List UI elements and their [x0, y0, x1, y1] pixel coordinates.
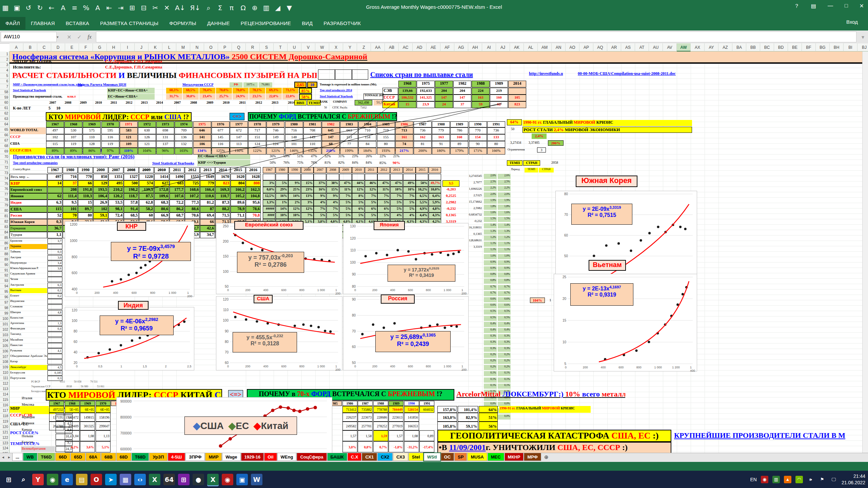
cell[interactable]: 10,2% [416, 187, 428, 193]
cell[interactable]: 89 [450, 141, 468, 148]
arcelor-note[interactable]: ArcelorMittal ЛЮКСЕМБУРГ:) 10% всего мет… [456, 390, 625, 399]
cell[interactable]: 76% [280, 160, 293, 166]
cell[interactable]: 198,2 [124, 187, 139, 193]
cell[interactable]: 0,8% [358, 441, 373, 452]
cell[interactable]: 32% [321, 154, 334, 159]
cell[interactable]: 6E+05 [96, 406, 111, 413]
cell[interactable]: 5% [339, 200, 352, 206]
cell[interactable]: 89% [46, 148, 64, 155]
cell[interactable]: 2010 [91, 100, 106, 105]
cell[interactable]: 0,0% [498, 414, 511, 420]
chart-title-eu[interactable]: Европейский союз [234, 221, 303, 230]
cell[interactable]: 68,7 [170, 212, 184, 219]
cell[interactable]: 110 [303, 141, 321, 148]
cell[interactable]: 84 [358, 141, 376, 148]
cell[interactable]: 2010 [218, 100, 234, 105]
cell[interactable]: 110% [120, 148, 138, 155]
cell[interactable]: 62,8 [139, 200, 154, 206]
cell[interactable]: Нидерланды [9, 261, 47, 266]
cell[interactable]: 139,66 [398, 88, 416, 95]
cell[interactable]: 64% [479, 406, 498, 413]
cell[interactable]: 26,9 [93, 200, 108, 206]
new-sheet-icon[interactable]: ⊕ [541, 453, 551, 461]
row-header-95[interactable]: 95 [0, 289, 9, 294]
cell[interactable]: 36% [266, 154, 279, 159]
cell[interactable]: 16% [276, 193, 288, 200]
cell[interactable]: Бразилия [9, 239, 47, 244]
delete-sheet-cols-icon[interactable]: ✕ [163, 4, 170, 12]
cell[interactable]: 70,8% [233, 88, 249, 94]
row-header-92[interactable]: 92 [0, 273, 9, 278]
excel2-icon[interactable]: X [207, 474, 219, 485]
chart-title-knr[interactable]: КНР [117, 222, 146, 231]
cell[interactable]: 87,3 [215, 200, 230, 206]
cell[interactable]: 68,5% [183, 88, 199, 94]
cell[interactable]: 104,8 [246, 193, 261, 200]
cell[interactable]: 683 [170, 180, 184, 187]
column-header-D[interactable]: D [51, 43, 65, 52]
cell[interactable]: 110,6 [200, 193, 215, 200]
cell[interactable]: 68,3% [166, 88, 182, 94]
cell[interactable] [403, 174, 416, 180]
cell[interactable]: 66 [200, 219, 215, 225]
cell[interactable]: 528154 [404, 406, 419, 413]
cell[interactable]: 2015 [416, 167, 428, 173]
sum-icon[interactable]: Σ [217, 4, 223, 12]
cell[interactable]: 180% [432, 148, 450, 155]
cell[interactable]: 166% [487, 148, 505, 155]
cell[interactable]: 23,5% [249, 94, 265, 100]
cell[interactable] [314, 174, 326, 180]
cell[interactable]: 15 [78, 200, 93, 206]
cell[interactable]: 1,9% [498, 199, 511, 204]
row-header-6[interactable]: 6 [0, 79, 9, 84]
cell[interactable]: 10% [288, 212, 301, 219]
cell[interactable]: 1,6% [484, 211, 497, 216]
cell[interactable]: http://investfunds.u [528, 71, 576, 77]
cell[interactable]: 110 [83, 134, 101, 141]
cell[interactable]: 786 [450, 127, 468, 134]
column-header-E[interactable]: E [65, 43, 79, 52]
cell[interactable]: 87,5 [139, 193, 154, 200]
cell[interactable]: 160 [490, 95, 508, 101]
cell[interactable]: 171% [469, 148, 487, 155]
cell[interactable]: 2% [288, 200, 301, 206]
cell[interactable]: 1970 [101, 121, 119, 127]
cell[interactable]: 2,0% [484, 192, 497, 198]
grid-icon[interactable]: ⊞ [178, 474, 190, 485]
cell[interactable]: 107,2 [185, 193, 200, 200]
cell[interactable]: РФ [230, 82, 242, 87]
cell[interactable]: США [9, 141, 46, 148]
cell[interactable]: 1991 [487, 121, 505, 127]
column-header-AL[interactable]: AL [524, 43, 538, 52]
row-header-93[interactable]: 93 [0, 278, 9, 284]
row-header-86[interactable]: 86 [0, 241, 9, 246]
cell[interactable]: 716 [285, 127, 303, 134]
cell[interactable]: 115 [46, 141, 64, 148]
cell[interactable]: 133 [487, 134, 505, 141]
cell[interactable]: 106 [193, 141, 211, 148]
cell[interactable]: Tonnage is expressed in million tonnes (… [319, 82, 387, 87]
cell[interactable]: 15 [398, 101, 416, 108]
cell[interactable]: 75% [294, 160, 307, 166]
cell[interactable]: 0,1% [498, 371, 511, 376]
back-icon[interactable]: ← [48, 4, 55, 12]
cell[interactable]: 84% [362, 160, 376, 166]
column-header-BE[interactable]: BE [788, 43, 802, 52]
minimize-icon[interactable]: — [826, 1, 835, 11]
cell[interactable]: РОСТ СССР,% [9, 430, 49, 441]
cell[interactable]: 1973 [156, 121, 174, 127]
nine-eleven-banner[interactable]: •В 11/09/2001г. УНИЧТОЖИЛИ США, ЕС, СССР… [437, 442, 671, 454]
cell[interactable]: 70 [63, 212, 78, 219]
cell[interactable]: 3,8% [342, 441, 357, 452]
column-header-AW[interactable]: AW [677, 43, 691, 52]
chart-title-jp[interactable]: Япония [374, 221, 405, 230]
cell[interactable]: 81,2 [200, 200, 215, 206]
cell[interactable]: 59% [280, 154, 293, 159]
cell[interactable]: 1989 [490, 81, 508, 87]
cell[interactable]: 115 [47, 206, 62, 212]
row-header-74[interactable]: 74 [0, 176, 9, 181]
cell[interactable]: 85% [299, 88, 312, 94]
cell[interactable] [47, 316, 62, 321]
cell[interactable]: 6,3 [47, 283, 62, 288]
cell[interactable]: 70,4% [199, 88, 215, 94]
